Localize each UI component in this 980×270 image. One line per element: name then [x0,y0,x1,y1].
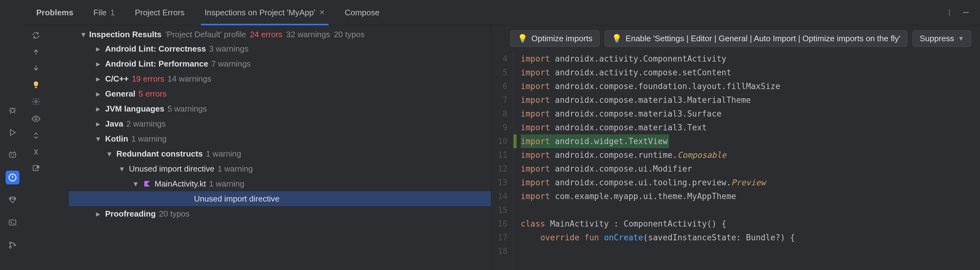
tree-row[interactable]: ▾MainActivity.kt1 warning [69,176,491,191]
chevron-right-icon: ▸ [94,89,102,99]
code-line[interactable]: import androidx.compose.ui.tooling.previ… [521,175,980,189]
chevron-down-icon: ▾ [94,134,102,144]
chevron-right-icon: ▸ [94,44,102,54]
code-line[interactable]: import android.widget.TextView [521,134,669,148]
tab-compose[interactable]: Compose [341,0,383,25]
minimize-icon[interactable] [962,8,970,17]
chevron-right-icon: ▸ [94,209,102,219]
tree-row[interactable]: ▸Proofreading20 typos [69,206,491,221]
chevron-right-icon: ▸ [94,74,102,84]
terminal-icon[interactable] [6,216,19,229]
tree-row[interactable]: ▸JVM languages5 warnings [69,101,491,116]
prev-icon[interactable] [32,48,40,56]
chevron-right-icon: ▸ [94,119,102,129]
eye-icon[interactable] [31,114,41,123]
tree-row[interactable]: ▾Redundant constructs1 warning [69,146,491,161]
tree-row[interactable]: ▾Kotlin1 warning [69,131,491,146]
svg-point-0 [11,109,15,112]
inspection-tree: ▾ Inspection Results 'Project Default' p… [69,25,491,270]
warning-count: 2 warnings [126,119,166,129]
tree-row-label: Kotlin [105,134,128,144]
bulb-icon[interactable] [32,80,40,89]
svg-point-9 [949,10,950,11]
diamond-icon[interactable] [6,193,19,207]
code-line[interactable]: class MainActivity : ComponentActivity()… [521,217,980,231]
gear-icon[interactable] [32,97,40,106]
tab-inspections[interactable]: Inspections on Project 'MyApp' ✕ [201,0,329,25]
bulb-icon: 💡 [517,34,528,43]
profile-label: 'Project Default' profile [165,30,246,39]
tree-row-label: Android Lint: Performance [105,59,208,69]
tab-project-errors[interactable]: Project Errors [131,0,188,25]
tree-row[interactable]: ▸General5 errors [69,86,491,101]
tree-row[interactable]: ▾Unused import directive1 warning [69,161,491,176]
tree-row-label: Redundant constructs [116,149,203,159]
more-icon[interactable] [946,9,953,16]
code-line[interactable]: import androidx.compose.ui.Modifier [521,162,980,175]
code-content[interactable]: import androidx.activity.ComponentActivi… [517,52,980,270]
chevron-down-icon: ▾ [131,179,140,189]
code-line[interactable]: import androidx.compose.material3.Surfac… [521,107,980,121]
tree-row[interactable]: ▸Java2 warnings [69,116,491,131]
tab-problems[interactable]: Problems [33,0,77,25]
tree-row-label: C/C++ [105,74,129,84]
svg-point-12 [35,101,37,103]
collapse-icon[interactable] [32,131,40,140]
code-line[interactable]: import com.example.myapp.ui.theme.MyAppT… [521,189,980,203]
run-icon[interactable] [6,126,19,139]
svg-point-13 [35,117,37,120]
svg-marker-1 [10,130,15,136]
tree-row-label: Android Lint: Correctness [105,44,206,54]
svg-point-3 [13,155,14,155]
problems-tabbar: Problems File1 Project Errors Inspection… [25,0,980,25]
code-line[interactable] [521,203,980,217]
enable-auto-import-button[interactable]: 💡 Enable 'Settings | Editor | General | … [605,30,907,47]
code-line[interactable]: import androidx.activity.ComponentActivi… [521,52,980,66]
warning-count: 1 warning [218,164,253,174]
refresh-icon[interactable] [32,31,40,40]
warning-count: 1 warning [206,149,241,159]
editor-gutter [513,52,517,270]
tree-header[interactable]: ▾ Inspection Results 'Project Default' p… [69,28,491,41]
code-line[interactable]: import androidx.compose.material3.Text [521,121,980,134]
bug-icon[interactable] [6,103,19,117]
code-line[interactable]: import androidx.compose.material3.Materi… [521,93,980,107]
code-line[interactable]: import androidx.compose.foundation.layou… [521,79,980,93]
code-line[interactable]: override fun onCreate(savedInstanceState… [521,231,980,245]
tree-gutter [25,25,47,270]
svg-point-11 [949,14,950,15]
optimize-imports-button[interactable]: 💡 Optimize imports [510,30,600,47]
export-icon[interactable] [32,164,40,173]
tree-row[interactable]: ▸Android Lint: Correctness3 warnings [69,41,491,56]
suppress-button[interactable]: Suppress ▼ [912,30,971,47]
tree-row[interactable]: ▸C/C++19 errors14 warnings [69,71,491,86]
kotlin-file-icon [143,179,151,188]
tab-file[interactable]: File1 [90,0,119,25]
tree-row[interactable]: ▸Android Lint: Performance7 warnings [69,56,491,71]
code-line[interactable] [521,245,980,258]
code-line[interactable]: import androidx.compose.runtime.Composab… [521,148,980,162]
code-line[interactable]: import androidx.activity.compose.setCont… [521,66,980,79]
svg-point-10 [949,12,950,13]
errors-count: 24 errors [250,30,283,39]
cat-icon[interactable] [6,148,19,162]
warning-count: 7 warnings [211,59,251,69]
chevron-right-icon: ▸ [94,104,102,114]
error-count: 19 errors [132,74,164,84]
chevron-down-icon: ▼ [958,35,964,42]
diff-icon[interactable] [32,148,40,156]
tree-row-label: MainActivity.kt [154,179,206,189]
svg-point-7 [10,246,11,248]
problems-icon[interactable] [6,171,19,185]
next-icon[interactable] [32,64,40,72]
tree-row-label: General [105,89,135,99]
warning-count: 5 warnings [167,104,207,114]
warnings-count: 32 warnings [286,30,330,39]
git-icon[interactable] [6,238,19,252]
error-count: 5 errors [138,89,167,99]
warning-count: 20 typos [159,209,189,219]
line-numbers: 456789101112131415161718 [491,52,513,270]
code-editor[interactable]: 456789101112131415161718 import androidx… [491,52,980,270]
tree-row[interactable]: Unused import directive [69,191,491,206]
close-icon[interactable]: ✕ [319,8,325,17]
